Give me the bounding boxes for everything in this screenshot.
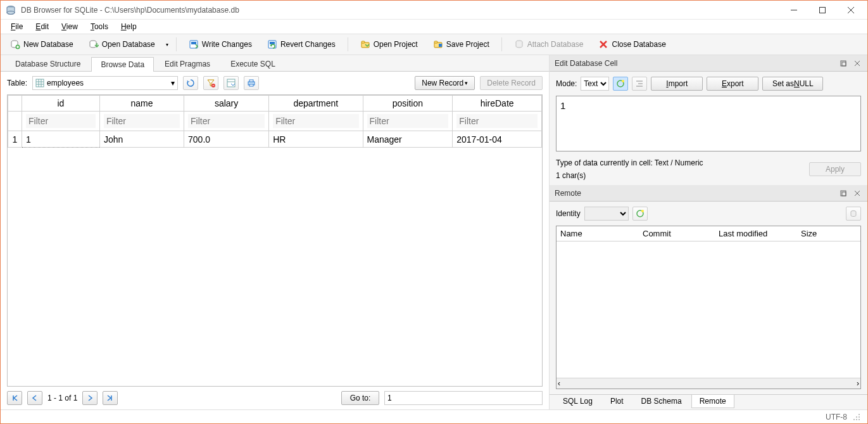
filter-name[interactable]: [104, 114, 180, 128]
col-department[interactable]: department: [269, 96, 363, 112]
remote-col-commit[interactable]: Commit: [639, 226, 715, 241]
chevron-down-icon: ▾: [465, 80, 468, 86]
cell-name[interactable]: John: [99, 131, 184, 148]
main-toolbar: New Database Open Database ▾ Write Chang…: [1, 34, 867, 55]
col-id[interactable]: id: [22, 96, 100, 112]
table-corner: [8, 96, 22, 112]
clear-filters-button[interactable]: [203, 76, 218, 90]
cell-department[interactable]: HR: [269, 131, 363, 148]
mode-select[interactable]: Text: [581, 77, 609, 91]
save-table-button[interactable]: [223, 76, 239, 90]
left-panel: Database Structure Browse Data Edit Prag…: [1, 55, 550, 409]
refresh-button[interactable]: [183, 76, 198, 90]
open-database-button[interactable]: Open Database: [83, 37, 161, 52]
minimize-button[interactable]: [779, 1, 808, 19]
remote-col-name[interactable]: Name: [557, 226, 639, 241]
resize-grip-icon[interactable]: [852, 413, 861, 421]
table-row[interactable]: 1 1 John 700.0 HR Manager 2017-01-04: [8, 131, 542, 148]
tab-sql-log[interactable]: SQL Log: [555, 395, 601, 408]
import-button[interactable]: Import: [651, 77, 703, 91]
filter-department[interactable]: [273, 114, 358, 128]
export-button[interactable]: Export: [707, 77, 758, 91]
remote-col-size[interactable]: Size: [797, 226, 860, 241]
close-button[interactable]: [836, 1, 865, 19]
tab-plot[interactable]: Plot: [602, 395, 632, 408]
indent-button[interactable]: [632, 77, 647, 91]
goto-input[interactable]: [384, 391, 543, 405]
prev-page-button[interactable]: [27, 391, 42, 405]
identity-select[interactable]: [584, 207, 629, 221]
pager: 1 - 1 of 1 Go to:: [1, 387, 549, 409]
data-table-area[interactable]: id name salary department position hireD…: [7, 94, 543, 387]
cell-editor[interactable]: 1: [556, 96, 861, 151]
menu-edit[interactable]: Edit: [29, 21, 55, 32]
close-panel-icon[interactable]: [852, 188, 862, 198]
write-changes-label: Write Changes: [202, 40, 252, 49]
set-null-button[interactable]: Set as NULL: [762, 77, 823, 91]
cell-salary[interactable]: 700.0: [184, 131, 269, 148]
page-range: 1 - 1 of 1: [47, 394, 77, 402]
next-page-button[interactable]: [82, 391, 97, 405]
text-format-button[interactable]: [613, 77, 628, 91]
menubar: File Edit View Tools Help: [1, 20, 867, 34]
filter-id[interactable]: [26, 114, 96, 128]
goto-button[interactable]: Go to:: [341, 391, 379, 405]
last-page-button[interactable]: [103, 391, 118, 405]
tab-database-structure[interactable]: Database Structure: [6, 56, 90, 71]
cell-char-count: 1 char(s): [556, 171, 703, 180]
save-project-button[interactable]: Save Project: [427, 37, 495, 52]
table-select[interactable]: employees ▾: [32, 76, 178, 90]
filter-position[interactable]: [367, 114, 449, 128]
open-project-button[interactable]: Open Project: [355, 37, 424, 52]
menu-view[interactable]: View: [55, 21, 84, 32]
filter-hiredate[interactable]: [456, 114, 538, 128]
menu-tools[interactable]: Tools: [84, 21, 115, 32]
svg-rect-20: [439, 44, 442, 47]
close-panel-icon[interactable]: [852, 58, 862, 68]
first-page-button[interactable]: [7, 391, 22, 405]
remote-col-modified[interactable]: Last modified: [715, 226, 797, 241]
identity-refresh-button[interactable]: [632, 207, 648, 221]
menu-file[interactable]: File: [4, 21, 29, 32]
scroll-left-icon[interactable]: ‹: [558, 379, 560, 388]
open-project-label: Open Project: [374, 40, 418, 49]
open-database-dropdown[interactable]: ▾: [165, 42, 170, 48]
tab-browse-data[interactable]: Browse Data: [91, 57, 154, 72]
col-name[interactable]: name: [99, 96, 184, 112]
tab-execute-sql[interactable]: Execute SQL: [221, 56, 285, 71]
remote-push-button[interactable]: [846, 207, 861, 221]
col-hiredate[interactable]: hireDate: [453, 96, 542, 112]
tab-edit-pragmas[interactable]: Edit Pragmas: [155, 56, 220, 71]
scroll-right-icon[interactable]: ›: [857, 379, 859, 388]
tab-remote[interactable]: Remote: [691, 395, 734, 408]
apply-button[interactable]: Apply: [809, 162, 861, 176]
tab-db-schema[interactable]: DB Schema: [633, 395, 690, 408]
new-record-button[interactable]: New Record▾: [415, 76, 475, 90]
cell-position[interactable]: Manager: [363, 131, 453, 148]
write-changes-button[interactable]: Write Changes: [183, 37, 258, 52]
cell-id[interactable]: 1: [22, 131, 100, 148]
filter-salary[interactable]: [188, 114, 265, 128]
cell-hiredate[interactable]: 2017-01-04: [453, 131, 542, 148]
maximize-button[interactable]: [808, 1, 836, 19]
revert-changes-button[interactable]: Revert Changes: [261, 37, 341, 52]
table-controls: Table: employees ▾ New Record▾ Delete Re…: [1, 72, 549, 94]
col-salary[interactable]: salary: [184, 96, 269, 112]
close-database-button[interactable]: Close Database: [593, 37, 671, 52]
close-database-label: Close Database: [612, 40, 665, 49]
chevron-down-icon: ▾: [171, 79, 175, 87]
encoding-label: UTF-8: [826, 413, 847, 421]
dock-icon[interactable]: [838, 188, 848, 198]
col-position[interactable]: position: [363, 96, 453, 112]
dock-icon[interactable]: [838, 58, 848, 68]
new-database-button[interactable]: New Database: [4, 37, 79, 52]
identity-label: Identity: [556, 209, 581, 218]
svg-point-57: [853, 419, 855, 420]
delete-record-button[interactable]: Delete Record: [480, 76, 543, 90]
attach-database-button[interactable]: Attach Database: [508, 37, 589, 52]
print-button[interactable]: [244, 76, 259, 90]
menu-help[interactable]: Help: [115, 21, 143, 32]
svg-point-55: [859, 414, 860, 415]
remote-scrollbar[interactable]: ‹ ›: [557, 378, 860, 389]
edit-cell-body: Mode: Text Import Export Set as NULL 1 T…: [550, 72, 867, 185]
